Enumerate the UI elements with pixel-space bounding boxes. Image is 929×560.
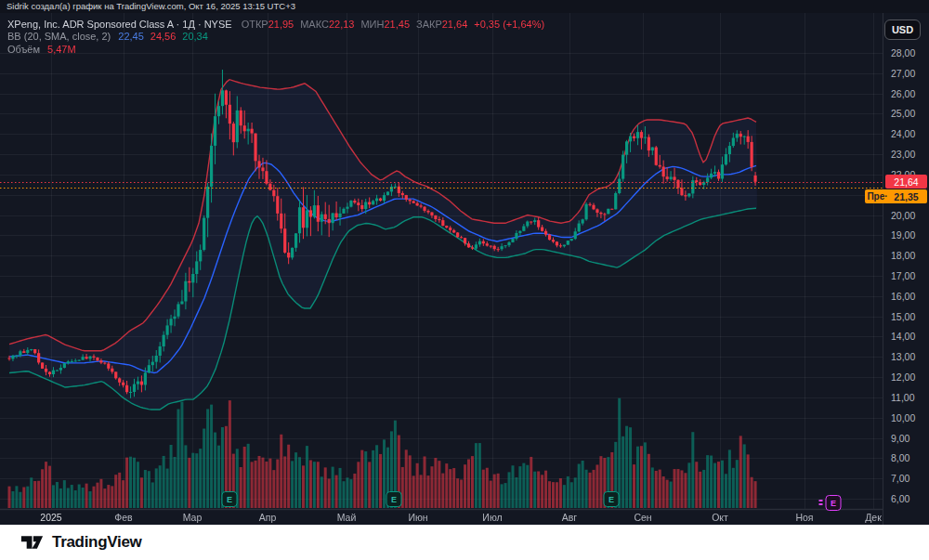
earnings-marker[interactable]: E <box>386 491 402 507</box>
legend-symbol-row[interactable]: XPeng, Inc. ADR Sponsored Class A · 1Д ·… <box>7 18 544 31</box>
tradingview-logo-icon <box>20 535 44 551</box>
upcoming-earnings-marker[interactable]: E <box>826 495 842 511</box>
price-tick-label: 27,00 <box>891 67 915 80</box>
time-tick-label: Май <box>337 512 357 523</box>
bb-upper-value: 24,56 <box>150 31 177 42</box>
price-tick-label: 23,00 <box>891 148 915 161</box>
time-tick-label: Июл <box>482 512 502 523</box>
price-tick-label: 28,00 <box>891 46 915 59</box>
price-tick-label: 18,00 <box>891 249 915 262</box>
chart-area: XPeng, Inc. ADR Sponsored Class A · 1Д ·… <box>0 13 929 525</box>
price-change: +0,35 (+1,64%) <box>474 19 544 30</box>
attribution-text: Sidrik создал(а) график на TradingView.c… <box>7 1 295 11</box>
time-tick-label: Июн <box>408 512 427 523</box>
ohlc-close: ЗАКР21,64 <box>416 19 467 30</box>
chart-legend: XPeng, Inc. ADR Sponsored Class A · 1Д ·… <box>7 18 544 56</box>
price-tick-label: 6,00 <box>891 492 909 505</box>
earnings-marker[interactable]: E <box>604 491 620 507</box>
bb-lower-value: 20,34 <box>182 31 208 42</box>
price-tick-label: 14,00 <box>891 330 915 343</box>
price-tick-label: 15,00 <box>891 310 915 323</box>
price-tick-label: 17,00 <box>891 269 915 282</box>
price-tick-label: 20,00 <box>891 209 915 222</box>
time-tick-label: Фев <box>114 512 132 523</box>
time-tick-label: 2025 <box>40 512 61 523</box>
volume-label[interactable]: Объём <box>7 44 40 55</box>
price-tick-label: 26,00 <box>891 87 915 100</box>
legend-bb-row[interactable]: BB (20, SMA, close, 2) 22,45 24,56 20,34 <box>7 31 544 44</box>
footer: TradingView <box>0 525 929 560</box>
tradingview-snapshot: Sidrik создал(а) график на TradingView.c… <box>0 0 929 560</box>
tradingview-logo[interactable]: TradingView <box>20 533 142 552</box>
price-tick-label: 19,00 <box>891 228 915 241</box>
price-tick-label: 8,00 <box>891 451 909 464</box>
price-tick-label: 11,00 <box>891 391 915 404</box>
time-tick-label: Апр <box>259 512 277 523</box>
time-tick-label: Мар <box>183 512 203 523</box>
snapshot-attribution-bar: Sidrik создал(а) график на TradingView.c… <box>0 0 929 13</box>
price-axis[interactable]: 21,64 21,35 28,0027,0026,0025,0024,0023,… <box>883 13 929 525</box>
price-tick-label: 9,00 <box>891 432 909 445</box>
last-price-label: 21,64 <box>885 175 927 189</box>
ohlc-low: МИН21,45 <box>360 19 410 30</box>
price-tick-label: 7,00 <box>891 472 909 485</box>
tradingview-logo-text: TradingView <box>52 533 142 552</box>
price-tick-label: 10,00 <box>891 411 915 424</box>
time-tick-label: Ноя <box>795 512 813 523</box>
time-tick-label: Окт <box>712 512 728 523</box>
legend-volume-row[interactable]: Объём 5,47М <box>7 43 544 56</box>
bb-indicator-label[interactable]: BB (20, SMA, close, 2) <box>7 31 111 42</box>
price-tick-label: 12,00 <box>891 371 915 384</box>
price-chart-canvas[interactable] <box>0 13 883 525</box>
premarket-price-label: 21,35 <box>885 189 927 203</box>
price-tick-label: 25,00 <box>891 107 915 120</box>
volume-value: 5,47М <box>47 44 76 55</box>
ohlc-high: МАКС22,13 <box>300 19 354 30</box>
bb-basis-value: 22,45 <box>118 31 144 42</box>
price-tick-label: 24,00 <box>891 127 915 140</box>
symbol-title[interactable]: XPeng, Inc. ADR Sponsored Class A · 1Д ·… <box>7 19 232 30</box>
time-axis[interactable]: 2025ФевМарАпрМайИюнИюлАвгСенОктНояДек <box>0 509 883 525</box>
currency-button[interactable]: USD <box>884 20 921 40</box>
premarket-tag: Пре· <box>865 189 890 203</box>
time-tick-label: Авг <box>562 512 577 523</box>
price-tick-label: 13,00 <box>891 350 915 363</box>
ohlc-open: ОТКР21,95 <box>242 19 294 30</box>
time-tick-label: Сен <box>634 512 651 523</box>
earnings-marker[interactable]: E <box>222 491 238 507</box>
time-tick-label: Дек <box>865 512 882 523</box>
price-tick-label: 16,00 <box>891 290 915 303</box>
